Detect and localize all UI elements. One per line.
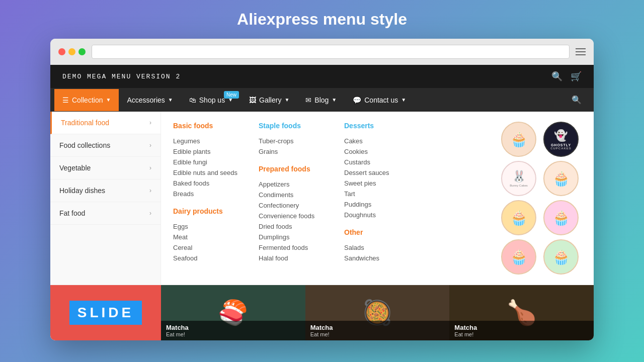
food-item[interactable]: Seafood xyxy=(173,253,244,263)
food-item[interactable]: Tuber-crops xyxy=(259,136,329,146)
cupcake-logo-2[interactable]: 🧁 xyxy=(543,161,579,196)
arrow-icon: › xyxy=(149,142,151,149)
traffic-light-green[interactable] xyxy=(78,48,86,55)
bunny-logo[interactable]: 🐰 Bunny Cakes xyxy=(501,161,536,196)
cupcake-logo-4[interactable]: 🧁 xyxy=(543,200,579,235)
food-item[interactable]: Dried foods xyxy=(259,221,329,232)
arrow-icon: › xyxy=(149,210,151,217)
food-item[interactable]: Cereal xyxy=(173,242,244,253)
food-item[interactable]: Dessert sauces xyxy=(344,167,415,178)
slide-label: SLIDE xyxy=(69,301,142,325)
ghostly-logo[interactable]: 👻 GHOSTLY CUPCAKES xyxy=(543,122,579,157)
slide-panel: SLIDE xyxy=(50,285,161,340)
search-icon[interactable]: 🔍 xyxy=(551,71,562,82)
food-item[interactable]: Confectionery xyxy=(259,200,329,211)
food-item[interactable]: Breads xyxy=(173,189,244,199)
page-title: Aliexpress menu style xyxy=(237,10,407,29)
chevron-icon: ▼ xyxy=(401,97,406,103)
nav-search-icon[interactable]: 🔍 xyxy=(564,88,590,112)
sidebar-label-holiday-dishes: Holiday dishes xyxy=(59,187,105,195)
food-item[interactable]: Grains xyxy=(259,146,329,157)
shop-icon: 🛍 xyxy=(189,96,196,104)
food-item[interactable]: Cookies xyxy=(344,146,415,157)
contact-icon: 💬 xyxy=(353,96,361,104)
sidebar-label-food-collections: Food collections xyxy=(59,141,110,149)
sidebar-label-traditional-food: Traditional food xyxy=(61,119,109,127)
sidebar-item-fat-food[interactable]: Fat food › xyxy=(50,202,160,225)
food-card-info-2: Matcha Eat me! xyxy=(305,321,450,340)
food-column-staple: Staple foods Tuber-crops Grains Prepared… xyxy=(259,122,329,275)
food-item[interactable]: Puddings xyxy=(344,199,415,210)
column-title-prepared: Prepared foods xyxy=(259,165,329,173)
cart-icon[interactable]: 🛒 xyxy=(571,71,582,82)
nav-item-gallery[interactable]: 🖼 Gallery ▼ xyxy=(241,89,297,111)
food-item[interactable]: Condiments xyxy=(259,190,329,200)
food-item[interactable]: Halal food xyxy=(259,253,329,263)
sidebar-item-holiday-dishes[interactable]: Holiday dishes › xyxy=(50,179,160,202)
food-item[interactable]: Doughnuts xyxy=(344,210,415,220)
cupcake-logo-1[interactable]: 🧁 xyxy=(501,122,536,157)
food-card-sub-2: Eat me! xyxy=(310,331,445,337)
arrow-icon: › xyxy=(149,119,151,126)
nav-bar: ☰ Collection ▼ Accessories ▼ 🛍 Shop us ▼… xyxy=(50,88,594,112)
address-bar[interactable] xyxy=(92,45,570,59)
food-item[interactable]: Edible plants xyxy=(173,146,244,157)
food-item[interactable]: Tart xyxy=(344,189,415,199)
sidebar-label-fat-food: Fat food xyxy=(59,209,85,217)
food-item[interactable]: Salads xyxy=(344,242,415,253)
new-badge: New xyxy=(224,91,239,99)
food-columns: Basic foods Legumes Edible plants Edible… xyxy=(173,122,501,275)
slide-section: SLIDE 🍣 Matcha Eat me! 🥘 Matcha Eat me! … xyxy=(50,285,594,340)
browser-window: DEMO MEGA MENU VERSION 2 🔍 🛒 ☰ Collectio… xyxy=(50,39,594,340)
nav-item-blog[interactable]: ✉ Blog ▼ xyxy=(297,89,345,111)
food-item[interactable]: Sweet pies xyxy=(344,178,415,189)
nav-label-accessories: Accessories xyxy=(127,96,165,104)
chevron-icon: ▼ xyxy=(168,97,173,103)
traffic-light-yellow[interactable] xyxy=(68,48,75,55)
logo-images: 🧁 👻 GHOSTLY CUPCAKES 🐰 Bunny Cakes 🧁 🧁 🧁… xyxy=(501,122,582,275)
site-header: DEMO MEGA MENU VERSION 2 🔍 🛒 xyxy=(50,65,594,88)
food-item[interactable]: Legumes xyxy=(173,136,244,146)
food-column-basic: Basic foods Legumes Edible plants Edible… xyxy=(173,122,244,275)
chevron-icon: ▼ xyxy=(284,97,289,103)
nav-item-shop-us[interactable]: 🛍 Shop us ▼ New xyxy=(181,89,241,111)
nav-label-shop-us: Shop us xyxy=(199,96,225,104)
arrow-icon: › xyxy=(149,164,151,171)
traffic-light-red[interactable] xyxy=(58,48,65,55)
blog-icon: ✉ xyxy=(305,96,311,104)
nav-label-blog: Blog xyxy=(314,96,329,104)
food-card-sub-3: Eat me! xyxy=(454,331,589,337)
food-item[interactable]: Sandwiches xyxy=(344,253,415,263)
cupcake-logo-5[interactable]: 🧁 xyxy=(501,239,536,275)
food-item[interactable]: Fermented foods xyxy=(259,242,329,253)
food-item[interactable]: Edible fungi xyxy=(173,157,244,167)
gallery-icon: 🖼 xyxy=(249,96,256,104)
food-item[interactable]: Meat xyxy=(173,232,244,242)
hamburger-icon[interactable] xyxy=(576,48,586,55)
food-card-sub-1: Eat me! xyxy=(166,331,300,337)
nav-item-accessories[interactable]: Accessories ▼ xyxy=(119,89,181,111)
food-item[interactable]: Dumplings xyxy=(259,232,329,242)
food-item[interactable]: Cakes xyxy=(344,136,415,146)
cupcake-logo-3[interactable]: 🧁 xyxy=(501,200,536,235)
mega-menu: Traditional food › Food collections › Ve… xyxy=(50,112,594,285)
food-card-title-3: Matcha xyxy=(454,324,589,331)
sidebar-item-traditional-food[interactable]: Traditional food › xyxy=(50,112,160,134)
food-column-desserts: Desserts Cakes Cookies Custards Dessert … xyxy=(344,122,415,275)
sidebar-item-vegetable[interactable]: Vegetable › xyxy=(50,157,160,179)
food-item[interactable]: Eggs xyxy=(173,221,244,232)
food-item[interactable]: Appetizers xyxy=(259,179,329,190)
food-item[interactable]: Baked foods xyxy=(173,178,244,189)
sidebar-item-food-collections[interactable]: Food collections › xyxy=(50,134,160,157)
food-card-2[interactable]: 🥘 Matcha Eat me! xyxy=(305,285,450,340)
food-card-1[interactable]: 🍣 Matcha Eat me! xyxy=(161,285,305,340)
food-item[interactable]: Custards xyxy=(344,157,415,167)
nav-item-contact[interactable]: 💬 Contact us ▼ xyxy=(345,89,414,111)
nav-label-gallery: Gallery xyxy=(259,96,281,104)
nav-item-collection[interactable]: ☰ Collection ▼ xyxy=(54,89,119,111)
nav-label-collection: Collection xyxy=(72,96,103,104)
food-card-3[interactable]: 🍗 Matcha Eat me! xyxy=(449,285,594,340)
food-item[interactable]: Convenience foods xyxy=(259,211,329,221)
food-item[interactable]: Edible nuts and seeds xyxy=(173,167,244,178)
cupcake-logo-6[interactable]: 🧁 xyxy=(543,239,579,275)
